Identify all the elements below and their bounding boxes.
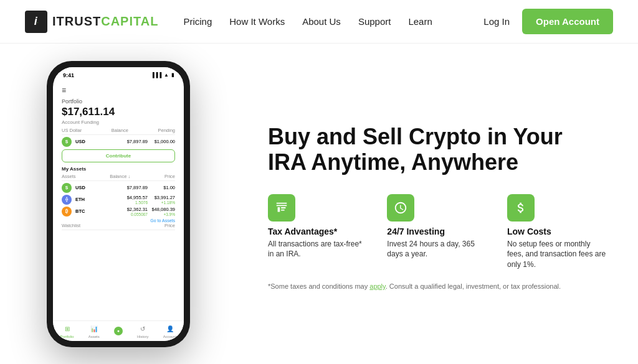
feature-tax: Tax Advantages* All transactions are tax… [268, 194, 362, 270]
nav-history[interactable]: ↺ History [137, 325, 149, 338]
nav-item-about-us[interactable]: About Us [302, 16, 341, 27]
eth-name: ETH [75, 197, 110, 202]
watchlist-title: Watchlist [62, 223, 80, 228]
tax-advantages-icon [275, 201, 288, 215]
phone-status-icons: ▐▐▐ ▲ ▮ [151, 72, 174, 78]
nav-account-label: Account [163, 335, 177, 338]
hero-section: Buy and Sell Crypto in Your IRA Anytime,… [237, 44, 638, 364]
battery-icon: ▮ [171, 72, 174, 78]
costs-icon-box [507, 194, 535, 222]
live-icon: ● [114, 327, 123, 335]
disclaimer: *Some taxes and conditions may apply. Co… [268, 282, 579, 290]
phone-bottom-nav: ⊞ Portfolio 📊 Assets ● ↺ History [53, 320, 184, 341]
usd-asset-name: USD [75, 185, 119, 190]
portfolio-label: Portfolio [62, 98, 175, 105]
eth-balance: $4,955.57 [113, 195, 148, 200]
nav-item-pricing[interactable]: Pricing [183, 16, 212, 27]
nav-account[interactable]: 👤 Account [163, 325, 177, 338]
usd-icon: $ [62, 137, 72, 147]
tax-feature-title: Tax Advantages* [268, 226, 362, 236]
btc-name: BTC [75, 208, 110, 214]
usd-pending: $1,000.00 [151, 139, 175, 144]
logo[interactable]: i. ITRUSTCAPITAL [25, 11, 158, 33]
hero-title: Buy and Sell Crypto in Your IRA Anytime,… [268, 124, 579, 175]
tax-icon-box [268, 194, 295, 222]
asset-eth-row: ⟠ ETH $4,955.57 1.5076 $3,991.27 +1.18% [62, 195, 175, 205]
nav-live[interactable]: ● [114, 327, 123, 337]
go-to-assets-link[interactable]: Go to Assets [62, 218, 175, 223]
investing-icon-box [387, 194, 414, 222]
col-balance-sort: Balance ↓ [110, 174, 130, 179]
phone-section: 9:41 ▐▐▐ ▲ ▮ ≡ Portfolio $17,611.14 Acco… [0, 44, 237, 364]
wifi-icon: ▲ [164, 72, 169, 78]
logo-text: ITRUSTCAPITAL [52, 14, 158, 29]
funding-usd-row: $ USD $7,897.89 $1,000.00 [62, 137, 175, 147]
usd-balance: $7,897.89 [123, 139, 148, 144]
btc-change: +3.9% [151, 212, 175, 217]
main-content: 9:41 ▐▐▐ ▲ ▮ ≡ Portfolio $17,611.14 Acco… [0, 44, 638, 364]
header: i. ITRUSTCAPITAL Pricing How It Works Ab… [0, 0, 638, 44]
hamburger-icon: ≡ [62, 86, 175, 95]
contribute-button[interactable]: Contribute [62, 149, 175, 162]
nav-item-how-it-works[interactable]: How It Works [229, 16, 285, 27]
phone-screen: 9:41 ▐▐▐ ▲ ▮ ≡ Portfolio $17,611.14 Acco… [53, 67, 184, 341]
usd-asset-balance: $7,897.89 [123, 185, 148, 190]
eth-sub: 1.5076 [113, 200, 148, 205]
costs-icon [514, 201, 528, 215]
phone-time: 9:41 [63, 72, 74, 78]
investing-feature-desc: Invest 24 hours a day, 365 days a year. [387, 239, 482, 260]
phone-app-content: ≡ Portfolio $17,611.14 Account Funding U… [53, 81, 184, 320]
feature-investing: 24/7 Investing Invest 24 hours a day, 36… [387, 194, 482, 270]
header-right: Log In Open Account [483, 9, 613, 34]
portfolio-icon: ⊞ [63, 325, 72, 334]
btc-icon: ₿ [62, 207, 72, 217]
nav-portfolio[interactable]: ⊞ Portfolio [60, 325, 74, 338]
nav-assets[interactable]: 📊 Assets [88, 325, 100, 338]
assets-table-header: Assets Balance ↓ Price [62, 174, 175, 181]
costs-feature-desc: No setup fees or monthly fees, and trans… [507, 239, 607, 270]
eth-change: +1.18% [151, 200, 175, 205]
btc-sub: 0.055007 [113, 212, 148, 217]
col-balance: Balance [112, 128, 128, 133]
asset-btc-row: ₿ BTC $2,362.31 0.055007 $48,080.39 +3.9… [62, 207, 175, 217]
assets-icon: 📊 [90, 325, 98, 334]
portfolio-amount: $17,611.14 [62, 106, 175, 118]
usd-name: USD [75, 139, 119, 144]
tax-feature-desc: All transactions are tax-free* in an IRA… [268, 239, 362, 260]
asset-usd-row: $ USD $7,897.89 $1.00 [62, 183, 175, 193]
btc-price: $48,080.39 [151, 207, 175, 212]
watchlist-label: Watchlist Price [62, 223, 175, 230]
col-currency: US Dollar [62, 128, 82, 133]
nav-item-support[interactable]: Support [358, 16, 391, 27]
signal-icon: ▐▐▐ [151, 72, 161, 78]
usd-asset-icon: $ [62, 183, 72, 193]
watchlist-price-col: Price [164, 223, 175, 228]
main-nav: Pricing How It Works About Us Support Le… [183, 16, 483, 27]
usd-asset-price: $1.00 [151, 185, 175, 190]
eth-icon: ⟠ [62, 195, 72, 205]
nav-history-label: History [137, 335, 149, 338]
my-assets-label: My Assets [62, 166, 175, 172]
logo-icon: i. [25, 11, 47, 33]
account-icon: 👤 [166, 325, 174, 334]
feature-costs: Low Costs No setup fees or monthly fees,… [507, 194, 607, 270]
history-icon: ↺ [138, 325, 147, 334]
funding-table-header: US Dollar Balance Pending [62, 128, 175, 135]
phone-mockup: 9:41 ▐▐▐ ▲ ▮ ≡ Portfolio $17,611.14 Acco… [47, 61, 190, 347]
col-price: Price [164, 174, 175, 179]
login-button[interactable]: Log In [483, 16, 510, 27]
open-account-button[interactable]: Open Account [522, 9, 613, 34]
phone-status-bar: 9:41 ▐▐▐ ▲ ▮ [53, 67, 184, 81]
investing-icon [394, 201, 407, 215]
costs-feature-title: Low Costs [507, 226, 607, 236]
col-assets: Assets [62, 174, 76, 179]
disclaimer-link[interactable]: apply [369, 282, 385, 290]
nav-assets-label: Assets [88, 335, 100, 338]
investing-feature-title: 24/7 Investing [387, 226, 482, 236]
nav-item-learn[interactable]: Learn [408, 16, 432, 27]
features-list: Tax Advantages* All transactions are tax… [268, 194, 607, 270]
nav-portfolio-label: Portfolio [60, 335, 74, 338]
btc-balance: $2,362.31 [113, 207, 148, 212]
account-funding-label: Account Funding [62, 119, 175, 125]
col-pending: Pending [158, 128, 175, 133]
